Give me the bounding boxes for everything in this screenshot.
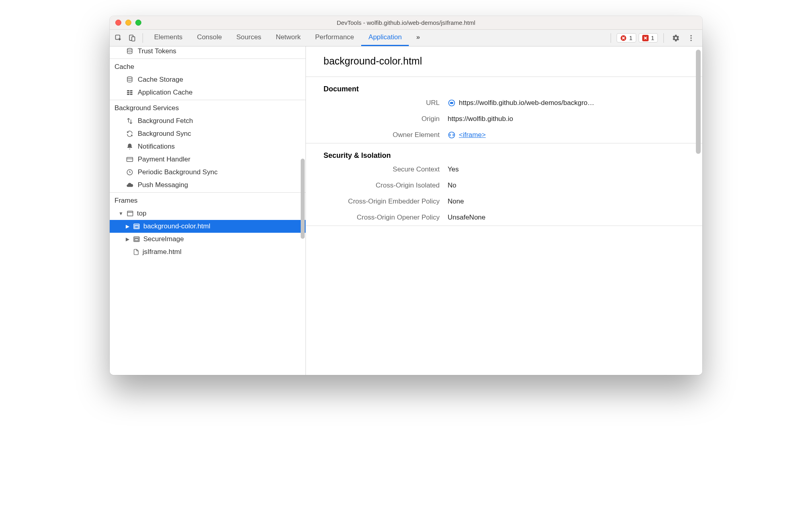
frame-row-jsiframe[interactable]: jsIframe.html <box>110 246 306 258</box>
tab-sources[interactable]: Sources <box>229 30 268 46</box>
field-label: Secure Context <box>324 165 440 173</box>
tab-network[interactable]: Network <box>269 30 308 46</box>
clock-icon <box>126 168 134 176</box>
svg-rect-13 <box>127 94 129 95</box>
svg-rect-18 <box>127 211 133 216</box>
tab-application[interactable]: Application <box>361 30 409 46</box>
sidebar-item-notifications[interactable]: Notifications <box>110 140 306 153</box>
divider <box>306 226 702 226</box>
field-label: Cross-Origin Isolated <box>324 181 440 189</box>
field-value: https://wolfib.github.io <box>448 115 513 123</box>
tabbar-right: 1 1 <box>607 32 700 44</box>
sidebar-item-background-sync[interactable]: Background Sync <box>110 127 306 140</box>
sidebar-group-background-services: Background Services <box>110 100 306 115</box>
sidebar-item-label: Notifications <box>138 143 175 151</box>
field-label: Cross-Origin Opener Policy <box>324 214 440 222</box>
tab-console[interactable]: Console <box>190 30 229 46</box>
svg-rect-27 <box>450 102 453 103</box>
database-icon <box>126 47 134 55</box>
tab-elements[interactable]: Elements <box>147 30 190 46</box>
disclosure-triangle-icon[interactable]: ▼ <box>119 211 123 216</box>
main-scroll-area[interactable]: background-color.html Document URL https… <box>306 46 702 375</box>
sidebar-item-cache-storage[interactable]: Cache Storage <box>110 73 306 86</box>
field-label: Owner Element <box>324 131 440 139</box>
disclosure-triangle-icon[interactable]: ▶ <box>125 236 130 242</box>
errors-pill[interactable]: 1 <box>617 33 636 42</box>
sidebar-item-label: Push Messaging <box>138 181 188 189</box>
frame-detail-panel: background-color.html Document URL https… <box>306 46 702 375</box>
sidebar-item-label: Background Fetch <box>138 117 193 125</box>
svg-point-8 <box>127 77 132 79</box>
svg-rect-11 <box>127 92 129 93</box>
sidebar-item-push-messaging[interactable]: Push Messaging <box>110 179 306 191</box>
sidebar-item-trust-tokens[interactable]: Trust Tokens <box>110 46 306 58</box>
scrollbar-thumb[interactable] <box>301 159 305 239</box>
field-value: Yes <box>448 165 459 173</box>
inspect-element-icon[interactable] <box>112 32 125 44</box>
zoom-window-button[interactable] <box>135 20 141 26</box>
window-title: DevTools - wolfib.github.io/web-demos/js… <box>110 19 702 26</box>
row-url: URL https://wolfib.github.io/web-demos/b… <box>306 95 702 111</box>
field-value: None <box>448 198 464 206</box>
transfer-icon <box>126 117 134 125</box>
frame-row-secureimage[interactable]: ▶ SecureImage <box>110 233 306 246</box>
frame-label: SecureImage <box>143 235 184 243</box>
more-options-icon[interactable] <box>685 32 697 44</box>
minimize-window-button[interactable] <box>125 20 131 26</box>
page-title: background-color.html <box>306 46 702 77</box>
device-toolbar-icon[interactable] <box>126 32 139 44</box>
bell-icon <box>126 143 134 151</box>
reveal-icon[interactable] <box>448 99 456 107</box>
owner-element-link[interactable]: <iframe> <box>459 131 486 139</box>
field-label: Origin <box>324 115 440 123</box>
window-titlebar: DevTools - wolfib.github.io/web-demos/js… <box>110 16 702 30</box>
tabs-overflow-icon[interactable]: » <box>409 30 427 46</box>
row-cross-origin-isolated: Cross-Origin Isolated No <box>306 177 702 193</box>
traffic-lights <box>110 20 141 26</box>
svg-rect-15 <box>127 157 133 162</box>
tab-performance[interactable]: Performance <box>308 30 361 46</box>
svg-rect-14 <box>130 94 133 95</box>
application-sidebar: Trust Tokens Cache Cache Storage Applica… <box>110 46 306 375</box>
settings-icon[interactable] <box>669 32 682 44</box>
issue-count: 1 <box>651 34 654 41</box>
iframe-icon <box>133 236 140 243</box>
sidebar-group-cache: Cache <box>110 59 306 73</box>
frame-label: background-color.html <box>143 222 210 230</box>
sidebar-item-label: Background Sync <box>138 130 191 138</box>
disclosure-triangle-icon[interactable]: ▶ <box>125 224 130 229</box>
separator <box>663 33 664 43</box>
row-secure-context: Secure Context Yes <box>306 161 702 177</box>
sidebar-item-payment-handler[interactable]: Payment Handler <box>110 153 306 166</box>
field-label: URL <box>324 99 440 107</box>
row-coep: Cross-Origin Embedder Policy None <box>306 193 702 210</box>
database-icon <box>126 76 134 84</box>
code-icon[interactable] <box>448 131 456 139</box>
svg-rect-25 <box>135 239 139 241</box>
field-label: Cross-Origin Embedder Policy <box>324 198 440 206</box>
frame-row-top[interactable]: ▼ top <box>110 207 306 220</box>
devtools-tabbar: Elements Console Sources Network Perform… <box>110 30 702 46</box>
error-icon <box>620 35 627 41</box>
field-value: https://wolfib.github.io/web-demos/backg… <box>459 99 594 107</box>
svg-rect-22 <box>135 226 139 228</box>
svg-rect-2 <box>132 36 135 41</box>
devtools-window: DevTools - wolfib.github.io/web-demos/js… <box>110 16 702 375</box>
close-window-button[interactable] <box>115 20 121 26</box>
issues-pill[interactable]: 1 <box>639 33 658 42</box>
sidebar-scroll-area[interactable]: Trust Tokens Cache Cache Storage Applica… <box>110 46 306 375</box>
sidebar-item-application-cache[interactable]: Application Cache <box>110 86 306 99</box>
section-header-security: Security & Isolation <box>306 143 702 161</box>
grid-icon <box>126 89 134 97</box>
svg-point-6 <box>690 40 691 41</box>
row-owner-element: Owner Element <iframe> <box>306 127 702 143</box>
sidebar-item-background-fetch[interactable]: Background Fetch <box>110 115 306 127</box>
panel-tabs: Elements Console Sources Network Perform… <box>147 30 427 46</box>
frame-label: top <box>137 210 147 218</box>
frame-icon <box>127 210 134 217</box>
scrollbar-thumb[interactable] <box>696 50 701 154</box>
sidebar-item-periodic-background-sync[interactable]: Periodic Background Sync <box>110 166 306 179</box>
iframe-icon <box>133 223 140 230</box>
section-header-document: Document <box>306 77 702 95</box>
frame-row-background-color[interactable]: ▶ background-color.html <box>110 220 306 233</box>
